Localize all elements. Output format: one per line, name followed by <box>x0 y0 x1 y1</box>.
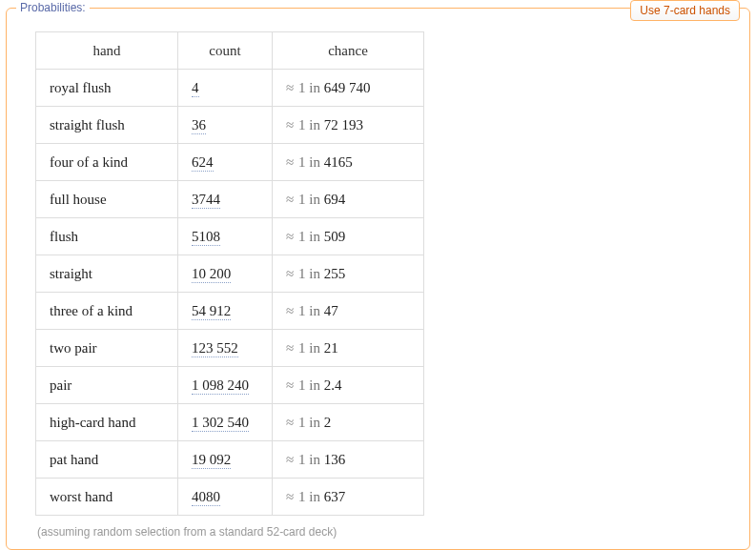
table-row: three of a kind54 912≈ 1 in 47 <box>36 293 424 330</box>
cell-chance: ≈ 1 in 136 <box>273 441 424 479</box>
cell-hand: worst hand <box>36 479 178 516</box>
cell-hand: full house <box>36 181 178 218</box>
cell-chance: ≈ 1 in 649 740 <box>273 70 424 107</box>
one-in-label: 1 in <box>298 192 320 207</box>
chance-value: 47 <box>324 303 338 318</box>
table-row: worst hand4080≈ 1 in 637 <box>36 479 424 516</box>
cell-count: 1 302 540 <box>178 404 273 441</box>
one-in-label: 1 in <box>298 117 320 132</box>
count-value[interactable]: 36 <box>192 117 206 134</box>
use-7-card-hands-button[interactable]: Use 7-card hands <box>630 0 740 21</box>
chance-value: 2 <box>324 415 332 430</box>
cell-chance: ≈ 1 in 255 <box>273 255 424 293</box>
cell-count: 4 <box>178 70 273 107</box>
count-value[interactable]: 1 302 540 <box>192 415 249 432</box>
one-in-label: 1 in <box>298 266 320 281</box>
probabilities-panel: Probabilities: Use 7-card hands hand cou… <box>6 8 750 550</box>
cell-count: 10 200 <box>178 255 273 293</box>
cell-chance: ≈ 1 in 47 <box>273 293 424 330</box>
table-row: royal flush4≈ 1 in 649 740 <box>36 70 424 107</box>
chance-value: 136 <box>324 452 346 467</box>
col-header-hand: hand <box>36 32 178 70</box>
approx-symbol: ≈ <box>286 229 295 244</box>
cell-count: 123 552 <box>178 330 273 367</box>
table-row: high-card hand1 302 540≈ 1 in 2 <box>36 404 424 441</box>
table-row: straight10 200≈ 1 in 255 <box>36 255 424 293</box>
count-value[interactable]: 19 092 <box>192 452 231 469</box>
approx-symbol: ≈ <box>286 80 295 95</box>
table-body: royal flush4≈ 1 in 649 740straight flush… <box>36 70 424 516</box>
approx-symbol: ≈ <box>286 154 295 170</box>
cell-chance: ≈ 1 in 21 <box>273 330 424 367</box>
count-value[interactable]: 4 <box>192 80 199 97</box>
table-row: straight flush36≈ 1 in 72 193 <box>36 107 424 144</box>
count-value[interactable]: 4080 <box>192 489 220 506</box>
cell-count: 19 092 <box>178 441 273 479</box>
count-value[interactable]: 54 912 <box>192 303 231 320</box>
cell-hand: pat hand <box>36 441 178 479</box>
chance-value: 509 <box>324 229 346 244</box>
chance-value: 4165 <box>324 154 353 170</box>
probabilities-table: hand count chance royal flush4≈ 1 in 649… <box>35 31 424 516</box>
approx-symbol: ≈ <box>286 377 295 393</box>
cell-chance: ≈ 1 in 509 <box>273 218 424 255</box>
table-row: flush5108≈ 1 in 509 <box>36 218 424 255</box>
count-value[interactable]: 1 098 240 <box>192 377 249 395</box>
cell-chance: ≈ 1 in 694 <box>273 181 424 218</box>
col-header-chance: chance <box>273 32 424 70</box>
chance-value: 637 <box>324 489 346 504</box>
footnote: (assuming random selection from a standa… <box>35 516 749 539</box>
approx-symbol: ≈ <box>286 303 295 318</box>
cell-hand: four of a kind <box>36 144 178 181</box>
approx-symbol: ≈ <box>286 192 295 207</box>
cell-chance: ≈ 1 in 2 <box>273 404 424 441</box>
one-in-label: 1 in <box>298 303 320 318</box>
cell-count: 36 <box>178 107 273 144</box>
one-in-label: 1 in <box>298 154 320 170</box>
chance-value: 255 <box>324 266 346 281</box>
chance-value: 2.4 <box>324 377 342 393</box>
table-row: pat hand19 092≈ 1 in 136 <box>36 441 424 479</box>
chance-value: 694 <box>324 192 346 207</box>
one-in-label: 1 in <box>298 415 320 430</box>
chance-value: 649 740 <box>324 80 371 95</box>
cell-hand: royal flush <box>36 70 178 107</box>
approx-symbol: ≈ <box>286 340 295 356</box>
table-row: full house3744≈ 1 in 694 <box>36 181 424 218</box>
cell-hand: high-card hand <box>36 404 178 441</box>
count-value[interactable]: 624 <box>192 154 214 172</box>
table-row: four of a kind624≈ 1 in 4165 <box>36 144 424 181</box>
col-header-count: count <box>178 32 273 70</box>
count-value[interactable]: 5108 <box>192 229 220 246</box>
cell-count: 1 098 240 <box>178 367 273 404</box>
cell-count: 4080 <box>178 479 273 516</box>
approx-symbol: ≈ <box>286 489 295 504</box>
approx-symbol: ≈ <box>286 452 295 467</box>
table-header-row: hand count chance <box>36 32 424 70</box>
section-title: Probabilities: <box>16 1 90 14</box>
cell-chance: ≈ 1 in 2.4 <box>273 367 424 404</box>
cell-count: 54 912 <box>178 293 273 330</box>
cell-count: 624 <box>178 144 273 181</box>
approx-symbol: ≈ <box>286 266 295 281</box>
table-row: two pair123 552≈ 1 in 21 <box>36 330 424 367</box>
cell-hand: straight flush <box>36 107 178 144</box>
one-in-label: 1 in <box>298 377 320 393</box>
approx-symbol: ≈ <box>286 117 295 132</box>
one-in-label: 1 in <box>298 340 320 356</box>
panel-content: hand count chance royal flush4≈ 1 in 649… <box>7 9 749 539</box>
cell-chance: ≈ 1 in 72 193 <box>273 107 424 144</box>
one-in-label: 1 in <box>298 452 320 467</box>
count-value[interactable]: 123 552 <box>192 340 238 357</box>
cell-hand: three of a kind <box>36 293 178 330</box>
one-in-label: 1 in <box>298 229 320 244</box>
cell-chance: ≈ 1 in 4165 <box>273 144 424 181</box>
approx-symbol: ≈ <box>286 415 295 430</box>
chance-value: 21 <box>324 340 338 356</box>
count-value[interactable]: 3744 <box>192 192 220 209</box>
cell-chance: ≈ 1 in 637 <box>273 479 424 516</box>
count-value[interactable]: 10 200 <box>192 266 231 283</box>
chance-value: 72 193 <box>324 117 363 132</box>
cell-hand: pair <box>36 367 178 404</box>
cell-count: 3744 <box>178 181 273 218</box>
